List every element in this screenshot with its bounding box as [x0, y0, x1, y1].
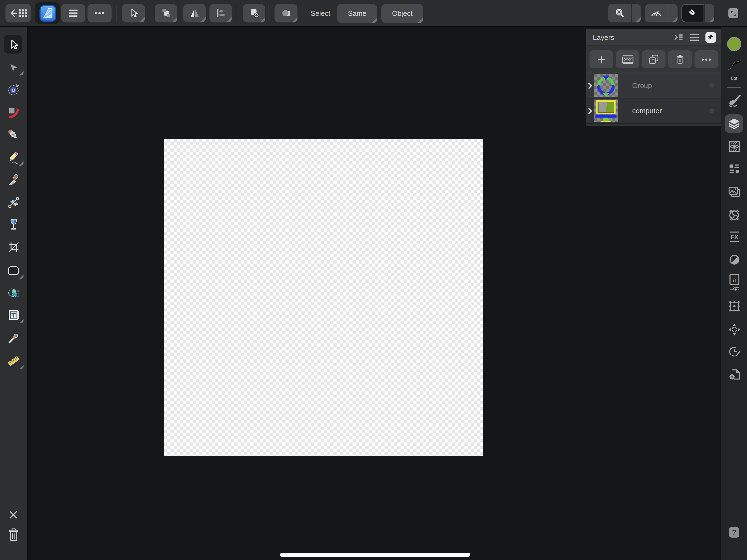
layer-name[interactable]: Group	[618, 81, 709, 90]
tool-corner[interactable]	[0, 103, 27, 121]
layer-name[interactable]: computer	[618, 107, 709, 115]
adjustments-eye-icon	[727, 139, 741, 154]
display-frame-button[interactable]	[728, 8, 738, 18]
object-button-label: Object	[392, 9, 413, 17]
trash-icon	[7, 528, 20, 542]
delete-button[interactable]	[0, 526, 27, 544]
tool-measure[interactable]	[0, 352, 27, 370]
layer-row-computer[interactable]: computer	[586, 98, 721, 124]
tool-vector-brush[interactable]	[0, 170, 27, 189]
artboard-transparent-checkerboard[interactable]	[164, 139, 483, 456]
tools-sidebar	[0, 27, 29, 560]
expand-chevron-icon[interactable]	[586, 82, 594, 89]
zoom-split-button	[608, 4, 641, 22]
selection-mode-button[interactable]	[122, 4, 145, 22]
panel-options-icon[interactable]	[690, 34, 699, 41]
layers-panel: Layers	[586, 28, 721, 126]
fx-icon: FX	[727, 230, 741, 244]
tool-text[interactable]	[0, 306, 27, 324]
select-object-button[interactable]: Object	[381, 4, 423, 23]
layer-thumbnail-group[interactable]	[594, 74, 618, 97]
layer-row-group[interactable]: Group	[586, 73, 721, 98]
boolean-operations-button[interactable]	[275, 4, 298, 22]
layers-panel-toolbar	[586, 46, 721, 73]
tool-transparency[interactable]	[0, 215, 27, 233]
snapping-toggle-button[interactable]	[681, 4, 704, 22]
back-to-documents-button[interactable]	[5, 4, 31, 22]
toolbar-separator	[150, 5, 150, 21]
node-arrow-icon	[8, 62, 19, 73]
expand-chevron-icon[interactable]	[586, 107, 594, 114]
studio-properties-button[interactable]	[721, 162, 747, 176]
align-button[interactable]	[209, 4, 232, 22]
question-mark-icon: ?	[729, 527, 739, 538]
tool-crop[interactable]	[0, 238, 27, 256]
studio-history-button[interactable]	[721, 345, 747, 359]
tool-node[interactable]	[0, 58, 27, 77]
tool-point-transform[interactable]	[0, 80, 27, 99]
hamburger-menu-icon	[69, 9, 78, 17]
delete-layer-button[interactable]	[668, 50, 692, 68]
studio-document-button[interactable]	[721, 367, 747, 382]
home-indicator[interactable]	[280, 553, 470, 557]
tool-pen[interactable]	[0, 125, 27, 144]
trash-icon	[675, 54, 685, 64]
ellipsis-icon	[95, 11, 104, 15]
toolbar-separator	[302, 5, 302, 21]
studio-stock-button[interactable]	[721, 185, 747, 199]
studio-filters-button[interactable]	[721, 208, 747, 223]
fill-color-swatch[interactable]	[721, 36, 747, 51]
pin-panel-button[interactable]	[705, 32, 716, 42]
tool-fill-gradient[interactable]	[0, 193, 27, 212]
studio-preview-button[interactable]	[721, 253, 747, 267]
view-flyout-button[interactable]	[668, 4, 677, 22]
tool-shape[interactable]	[0, 261, 27, 280]
layer-more-options-button[interactable]	[695, 50, 718, 68]
copy-icon	[649, 54, 659, 65]
tool-pencil[interactable]	[0, 148, 27, 167]
pin-icon	[707, 34, 714, 41]
studio-effects-button[interactable]: FX	[721, 230, 747, 244]
duplicate-button[interactable]	[243, 4, 265, 22]
view-gauge-button[interactable]	[645, 4, 668, 22]
studio-adjustments-button[interactable]	[721, 139, 747, 154]
zoom-flyout-button[interactable]	[632, 4, 641, 22]
more-options-button[interactable]	[87, 4, 111, 22]
studio-transform-button[interactable]	[721, 323, 747, 337]
tool-shape-builder[interactable]	[0, 283, 27, 302]
designer-persona-button[interactable]	[35, 2, 60, 24]
layer-visibility-toggle[interactable]	[709, 108, 714, 113]
layer-thumbnail-computer[interactable]	[594, 100, 618, 122]
snapping-flyout-button[interactable]	[705, 4, 714, 22]
history-clock-icon	[727, 345, 741, 359]
order-button[interactable]	[155, 4, 177, 22]
tool-move[interactable]	[0, 35, 27, 54]
flip-button[interactable]	[183, 4, 206, 22]
canvas-backdrop[interactable]: Layers	[29, 27, 721, 560]
top-toolbar-left: Select Same Object	[0, 2, 423, 24]
main-area: Layers	[0, 27, 747, 560]
studio-typography-button[interactable]: a	[721, 272, 747, 286]
collapse-panel-icon[interactable]	[674, 33, 684, 41]
studio-layers-button[interactable]	[721, 117, 747, 131]
top-toolbar: Select Same Object	[0, 0, 747, 27]
toolbar-separator	[236, 5, 236, 21]
duplicate-layer-button[interactable]	[642, 50, 666, 68]
affinity-designer-logo-icon	[39, 5, 56, 22]
deselect-button[interactable]	[0, 505, 27, 524]
flip-horizontal-icon	[188, 8, 200, 19]
tool-color-picker[interactable]	[0, 329, 27, 347]
select-same-button[interactable]: Same	[337, 4, 377, 23]
help-button[interactable]: ?	[721, 527, 747, 538]
stroke-style-button[interactable]	[721, 58, 747, 72]
view-split-button	[645, 4, 677, 22]
menu-button[interactable]	[61, 4, 85, 22]
studio-constraints-button[interactable]	[721, 299, 747, 313]
add-layer-button[interactable]	[590, 50, 613, 68]
zoom-tool-button[interactable]	[608, 4, 631, 22]
studio-brushes-button[interactable]	[721, 94, 747, 108]
mask-icon	[621, 54, 634, 64]
mask-layer-button[interactable]	[616, 50, 639, 68]
snapping-split-button	[681, 4, 714, 22]
layer-visibility-toggle[interactable]	[709, 83, 714, 88]
